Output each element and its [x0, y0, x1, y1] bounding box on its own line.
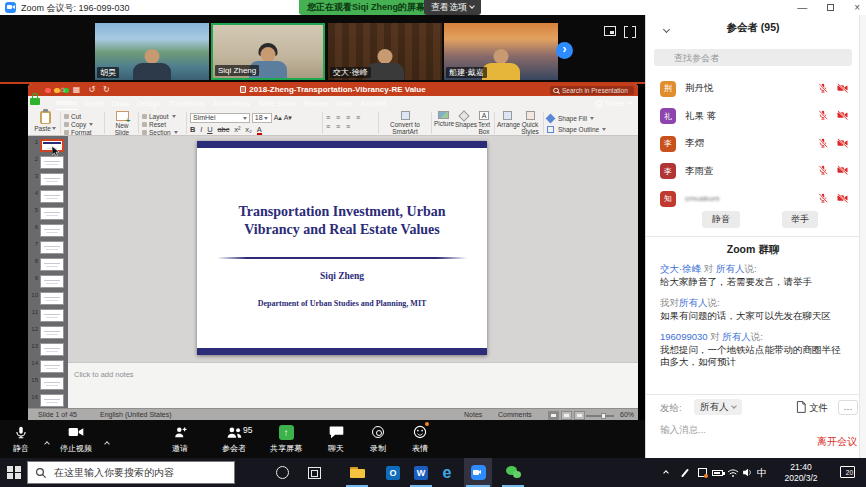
new-slide-button[interactable]: New Slide	[108, 110, 136, 136]
comments-toggle[interactable]: Comments	[498, 411, 532, 418]
slide-thumbnail-row[interactable]: 6	[28, 223, 68, 240]
convert-smartart-button[interactable]: Convert to SmartArt	[381, 110, 429, 136]
participant-row[interactable]: 知 cmuakum	[646, 185, 860, 208]
participant-row[interactable]: 礼 礼果 蒋	[646, 103, 860, 131]
slide-thumbnail[interactable]	[40, 224, 64, 237]
section-button[interactable]: Section	[142, 128, 184, 136]
mute-button[interactable]: 静音	[4, 424, 38, 456]
text-box-button[interactable]: AText Box	[476, 110, 492, 136]
video-options-chevron[interactable]	[102, 431, 109, 449]
shape-fill-button[interactable]: Shape Fill	[547, 114, 613, 122]
raise-hand-button[interactable]: 举手	[782, 211, 818, 228]
cut-button[interactable]: Cut	[64, 112, 102, 120]
slide-thumbnail[interactable]	[40, 258, 64, 271]
quick-styles-button[interactable]: Quick Styles	[520, 110, 540, 136]
touchpad-icon[interactable]	[698, 458, 707, 487]
slide-thumbnail[interactable]	[40, 190, 64, 203]
slide-thumbnail-row[interactable]: 15	[28, 376, 68, 393]
save-icon[interactable]: ▦	[73, 84, 81, 96]
video-tile-active-speaker[interactable]: Siqi Zheng	[211, 23, 325, 80]
ppt-search-box[interactable]: Search in Presentation	[550, 86, 634, 95]
slide-thumbnail-row[interactable]: 12	[28, 325, 68, 342]
ppt-tab[interactable]: Animations	[213, 97, 250, 110]
slide-thumbnail-row[interactable]: 5	[28, 206, 68, 223]
slide-thumbnail-row[interactable]: 8	[28, 257, 68, 274]
underline-button[interactable]: U	[207, 125, 212, 134]
slide-thumbnail-row[interactable]: 13	[28, 342, 68, 359]
ppt-tab[interactable]: Review	[304, 97, 329, 110]
italic-button[interactable]: I	[200, 125, 202, 134]
home-icon[interactable]: ⌂	[60, 84, 65, 96]
view-options-button[interactable]: 查看选项	[424, 0, 481, 15]
normal-view-button[interactable]	[548, 411, 559, 420]
pen-icon[interactable]	[684, 458, 686, 487]
slide-thumbnail[interactable]	[40, 309, 64, 322]
slide-thumbnail[interactable]	[40, 156, 64, 169]
slide[interactable]: Transportation Investment, Urban Vibranc…	[197, 141, 487, 355]
record-button[interactable]: 录制	[358, 424, 398, 456]
slide-thumbnail[interactable]	[40, 394, 64, 407]
participant-row[interactable]: 李 李熠	[646, 130, 860, 158]
action-center-button[interactable]: 20	[840, 466, 855, 478]
slide-thumbnail-row[interactable]: 11	[28, 308, 68, 325]
zoom-taskbar-button[interactable]	[464, 458, 492, 487]
grow-font-button[interactable]: A▴	[274, 114, 282, 121]
cortana-button[interactable]	[270, 458, 294, 487]
slide-thumbnail[interactable]	[40, 207, 64, 220]
ppt-tab[interactable]: Home	[56, 96, 77, 111]
slideshow-view-button[interactable]	[574, 411, 585, 420]
tray-expand-chevron[interactable]	[664, 458, 668, 487]
wechat-button[interactable]	[500, 458, 526, 487]
more-options-button[interactable]: …	[838, 400, 858, 415]
reset-button[interactable]: Reset	[142, 120, 184, 128]
chat-button[interactable]: 聊天	[316, 424, 356, 456]
panel-scrollbar-track[interactable]	[859, 15, 866, 458]
notes-pane[interactable]: Click to add notes	[68, 362, 638, 408]
file-explorer-button[interactable]	[344, 458, 370, 487]
video-tile[interactable]: 船建·戴嘉	[444, 23, 558, 80]
mute-me-button[interactable]: 静音	[702, 211, 740, 228]
ppt-tab[interactable]: Insert	[85, 97, 104, 110]
slide-thumbnail[interactable]	[40, 173, 64, 186]
slide-thumbnail-row[interactable]: 10	[28, 291, 68, 308]
maximize-button[interactable]	[827, 4, 834, 11]
slide-thumbnail[interactable]	[40, 360, 64, 373]
minimize-button[interactable]: —	[797, 2, 807, 13]
task-view-button[interactable]	[302, 458, 326, 487]
collapse-chevron-icon[interactable]	[663, 26, 670, 33]
slide-thumbnail-row[interactable]: 3	[28, 172, 68, 189]
stop-video-button[interactable]: 停止视频	[54, 424, 98, 456]
ppt-tab[interactable]: View	[336, 97, 352, 110]
ppt-tab[interactable]: Design	[137, 97, 160, 110]
slide-thumbnail[interactable]	[40, 326, 64, 339]
font-name-select[interactable]: SimHei	[190, 113, 250, 123]
volume-icon[interactable]	[742, 458, 753, 487]
edge-button[interactable]: e	[434, 458, 460, 487]
minimize-strip-icon[interactable]	[604, 26, 616, 36]
bold-button[interactable]: B	[190, 125, 195, 134]
outlook-button[interactable]: O	[380, 458, 406, 487]
arrange-button[interactable]: Arrange	[497, 110, 517, 136]
slide-thumbnail[interactable]	[40, 275, 64, 288]
superscript-button[interactable]: x²	[234, 125, 240, 134]
font-color-button[interactable]: A	[257, 127, 262, 135]
zoom-slider-knob[interactable]	[601, 413, 606, 420]
taskbar-clock[interactable]: 21:40 2020/3/2	[778, 462, 824, 483]
paste-button[interactable]: Paste	[32, 110, 58, 136]
paragraph-group[interactable]: ≡ ≡ ≡ ≡ ≡ ≡ ≡	[326, 110, 376, 136]
taskbar-search-input[interactable]	[52, 462, 232, 483]
ppt-tab[interactable]: Acrobat	[360, 97, 386, 110]
subscript-button[interactable]: x₂	[245, 125, 252, 134]
send-to-select[interactable]: 所有人	[694, 399, 742, 415]
copy-button[interactable]: Copy	[64, 120, 102, 128]
video-tile[interactable]: 胡昊	[95, 23, 209, 80]
slide-thumbnail-row[interactable]: 7	[28, 240, 68, 257]
redo-icon[interactable]: ↻	[103, 84, 110, 96]
taskbar-search-box[interactable]	[27, 461, 235, 484]
participant-row[interactable]: 荆 荆丹悦	[646, 75, 860, 103]
ppt-share-button[interactable]: +Share	[595, 99, 632, 108]
leave-meeting-button[interactable]: 离开会议	[817, 435, 857, 449]
slide-thumbnail[interactable]	[40, 343, 64, 356]
wifi-icon[interactable]	[727, 458, 739, 487]
video-tile[interactable]: 交大·徐峰	[328, 23, 442, 80]
